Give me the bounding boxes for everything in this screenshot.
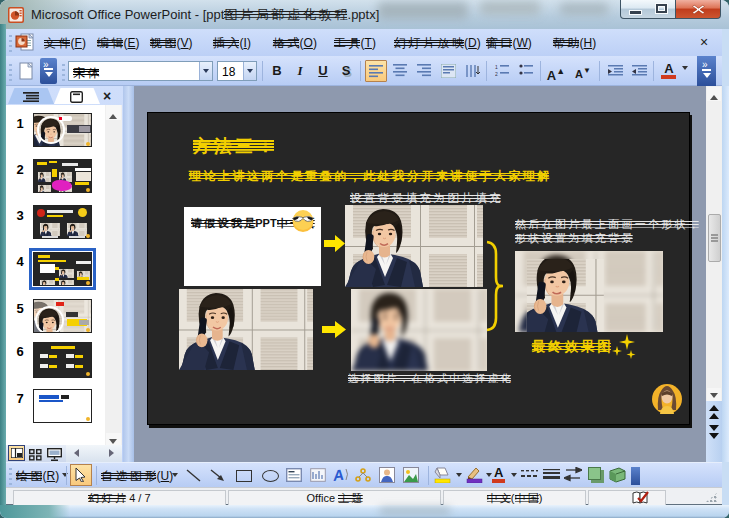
svg-text:A: A — [333, 467, 345, 483]
svg-text:2: 2 — [495, 71, 498, 77]
svg-text:1: 1 — [495, 64, 498, 70]
